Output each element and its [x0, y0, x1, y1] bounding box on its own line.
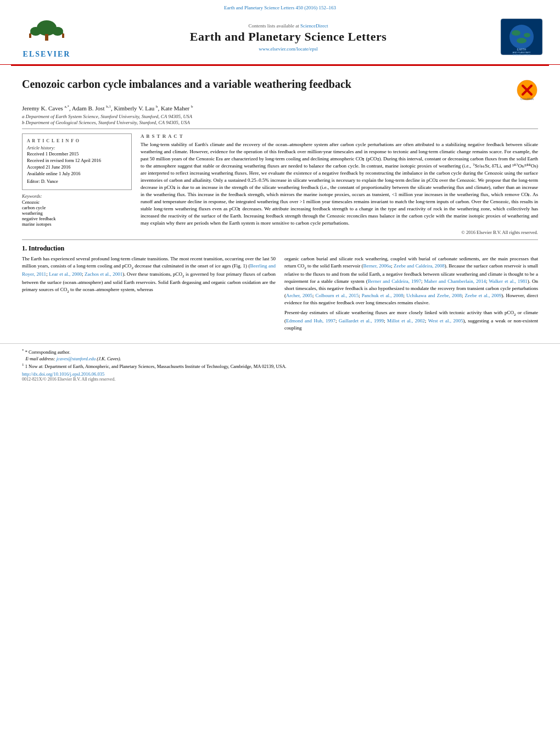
affiliations: a Department of Earth System Science, St… [22, 114, 538, 125]
svg-rect-4 [45, 34, 48, 41]
keywords-section: Keywords: Cenozoic carbon cycle weatheri… [22, 193, 132, 227]
svg-text:SCIENCE LETTERS: SCIENCE LETTERS [513, 54, 531, 56]
corresponding-label: * * Corresponding author. [22, 348, 538, 355]
earth-logo-icon: EARTH AND PLANETARY SCIENCE LETTERS [500, 18, 544, 56]
keywords-label: Keywords: [22, 193, 132, 199]
email-label: E-mail address: [25, 356, 56, 361]
abstract-text: The long-term stability of Earth's clima… [141, 141, 538, 227]
ref-berner1997[interactable]: Berner and Caldeira, 1997 [368, 278, 421, 284]
svg-point-8 [509, 25, 534, 49]
ref-maher2014[interactable]: Maher and Chamberlain, 2014 [424, 278, 486, 284]
ref-archer2005[interactable]: Archer, 2005 [286, 293, 312, 298]
abstract-title: A B S T R A C T [141, 133, 538, 139]
article-title: Cenozoic carbon cycle imbalances and a v… [22, 77, 511, 91]
available-date: Available online 1 July 2016 [27, 171, 127, 176]
intro-left-col: The Earth has experienced several profou… [22, 255, 276, 334]
journal-url[interactable]: www.elsevier.com/locate/epsl [77, 46, 500, 52]
keyword-4: negative feedback [22, 216, 132, 221]
copyright: © 2016 Elsevier B.V. All rights reserved… [141, 230, 538, 235]
earth-journal-logo: EARTH AND PLANETARY SCIENCE LETTERS [500, 18, 544, 57]
ref-edmond[interactable]: Edmond and Huh, 1997 [286, 318, 335, 323]
journal-title-center: Contents lists available at ScienceDirec… [77, 23, 500, 51]
svg-point-2 [30, 27, 41, 36]
article-info-abstract: A R T I C L E I N F O Article history: R… [22, 129, 538, 236]
ref-panchuk[interactable]: Panchuk et al., 2008 [362, 293, 404, 298]
affil-b: b Department of Geological Sciences, Sta… [22, 120, 538, 125]
contents-available: Contents lists available at ScienceDirec… [77, 23, 500, 29]
intro-para1: The Earth has experienced several profou… [22, 255, 276, 294]
elsevier-logo: ELSEVIER [16, 16, 77, 59]
received-date: Received 1 December 2015 [27, 151, 127, 157]
article-body: Cenozoic carbon cycle imbalances and a v… [0, 66, 560, 340]
ref-lear[interactable]: Lear et al., 2000 [49, 271, 82, 277]
svg-text:AND PLANETARY: AND PLANETARY [513, 51, 531, 54]
accepted-date: Accepted 21 June 2016 [27, 164, 127, 170]
email-link[interactable]: jcaves@stanford.edu [57, 356, 96, 361]
keyword-1: Cenozoic [22, 199, 132, 205]
ref-colbourn[interactable]: Colbourn et al., 2015 [316, 293, 359, 298]
svg-rect-6 [62, 34, 64, 38]
intro-heading: 1. Introduction [22, 244, 538, 253]
ref-berner2006[interactable]: Berner, 2006a [363, 263, 391, 269]
svg-text:CrossMark: CrossMark [520, 97, 534, 101]
ref-uchikawa[interactable]: Uchikawa and Zeebe, 2008 [406, 293, 462, 298]
page: Earth and Planetary Science Letters 450 … [0, 0, 560, 742]
revised-date: Received in revised form 12 April 2016 [27, 158, 127, 163]
ref-zeebe2008[interactable]: Zeebe and Caldeira, 2008 [394, 263, 445, 269]
footnote-1: 1 1 Now at: Department of Earth, Atmosph… [22, 362, 538, 369]
ref-zeebe2009[interactable]: Zeebe et al., 2009 [465, 293, 502, 298]
intro-para2: organic carbon burial and silicate rock … [284, 255, 538, 332]
history-label: Article history: [27, 145, 127, 150]
intro-right-col: organic carbon burial and silicate rock … [284, 255, 538, 334]
article-info-title: A R T I C L E I N F O [27, 138, 127, 143]
email-line: E-mail address: jcaves@stanford.edu (J.K… [22, 356, 538, 361]
abstract-column: A B S T R A C T The long-term stability … [141, 133, 538, 236]
journal-name: Earth and Planetary Science Letters [77, 30, 500, 44]
svg-rect-5 [29, 34, 31, 38]
article-info-box: A R T I C L E I N F O Article history: R… [22, 133, 132, 190]
article-title-section: Cenozoic carbon cycle imbalances and a v… [22, 77, 538, 101]
elsevier-tree-icon [27, 16, 66, 49]
authors-line: Jeremy K. Caves a,*, Adam B. Jost b,1, K… [22, 104, 538, 111]
editor: Editor: D. Vance [27, 178, 127, 184]
svg-point-3 [52, 27, 63, 36]
keyword-3: weathering [22, 210, 132, 216]
article-info-column: A R T I C L E I N F O Article history: R… [22, 133, 132, 236]
keyword-2: carbon cycle [22, 205, 132, 210]
science-direct-link[interactable]: ScienceDirect [300, 23, 328, 29]
section-divider [22, 239, 538, 240]
ref-walker1981[interactable]: Walker et al., 1981 [489, 278, 527, 284]
issn-line: 0012-821X/© 2016 Elsevier B.V. All right… [22, 377, 538, 382]
affil-a: a Department of Earth System Science, St… [22, 114, 538, 119]
journal-citation: Earth and Planetary Science Letters 450 … [224, 5, 336, 10]
introduction-body: The Earth has experienced several profou… [22, 255, 538, 334]
ref-gaillardet[interactable]: Gaillardet et al., 1999 [339, 318, 384, 323]
ref-west[interactable]: West et al., 2005 [428, 318, 463, 323]
journal-header: Earth and Planetary Science Letters 450 … [0, 0, 560, 65]
doi-line[interactable]: http://dx.doi.org/10.1016/j.epsl.2016.06… [22, 371, 538, 377]
ref-zachos[interactable]: Zachos et al., 2001 [85, 271, 122, 277]
svg-point-9 [512, 30, 520, 36]
svg-point-11 [517, 38, 527, 43]
page-footer: * * Corresponding author. E-mail address… [0, 343, 560, 386]
ref-millot[interactable]: Millot et al., 2002 [387, 318, 425, 323]
crossmark-icon[interactable]: CrossMark [516, 79, 538, 101]
keyword-5: marine isotopes [22, 221, 132, 227]
elsevier-label: ELSEVIER [23, 50, 71, 59]
svg-point-10 [524, 33, 530, 37]
